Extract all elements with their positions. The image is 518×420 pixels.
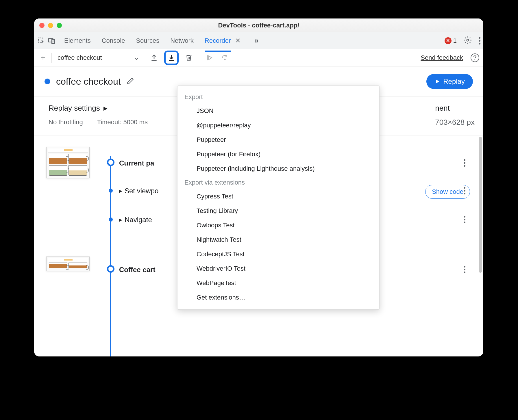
devtools-window: DevTools - coffee-cart.app/ Elements Con… <box>34 18 483 356</box>
step-menu-icon[interactable] <box>464 216 465 223</box>
import-button[interactable] <box>149 52 160 63</box>
recording-selector-label: coffee checkout <box>58 54 102 62</box>
export-codeceptjs[interactable]: CodeceptJS Test <box>177 247 379 261</box>
chevron-down-icon: ⌄ <box>134 54 139 62</box>
export-puppeteer-replay[interactable]: @puppeteer/replay <box>177 118 379 133</box>
export-json[interactable]: JSON <box>177 104 379 118</box>
timeline-node <box>107 159 114 166</box>
export-nightwatch[interactable]: Nightwatch Test <box>177 233 379 247</box>
more-tabs-icon[interactable]: » <box>254 36 257 45</box>
zoom-window-button[interactable] <box>57 23 62 28</box>
device-toolbar-icon[interactable] <box>47 36 56 45</box>
triangle-right-icon: ▶ <box>119 218 122 222</box>
dropdown-header-extensions: Export via extensions <box>177 176 379 189</box>
step-menu-icon[interactable] <box>464 159 465 167</box>
recording-title: coffee checkout <box>56 76 121 87</box>
tab-sources[interactable]: Sources <box>136 34 159 48</box>
triangle-right-icon: ▶ <box>119 189 122 193</box>
dropdown-header: Export <box>177 90 379 104</box>
error-badge[interactable]: ✕ 1 <box>445 37 457 44</box>
minimize-window-button[interactable] <box>48 23 53 28</box>
delete-button[interactable] <box>183 52 194 63</box>
step-label: Current pa <box>119 159 154 167</box>
tab-recorder[interactable]: Recorder <box>205 34 231 48</box>
export-puppeteer-firefox[interactable]: Puppeteer (for Firefox) <box>177 147 379 161</box>
timeline-line <box>110 156 111 356</box>
viewport-dimensions: 703×628 px <box>435 118 475 127</box>
replay-step-over-button[interactable] <box>219 52 230 63</box>
step-menu-icon[interactable] <box>464 187 465 194</box>
export-dropdown: Export JSON @puppeteer/replay Puppeteer … <box>177 86 380 310</box>
edit-title-icon[interactable] <box>127 77 134 86</box>
more-menu-icon[interactable] <box>479 37 480 44</box>
settings-icon[interactable] <box>464 36 472 45</box>
export-testing-library[interactable]: Testing Library <box>177 204 379 218</box>
help-icon[interactable]: ? <box>471 53 479 62</box>
svg-rect-1 <box>49 38 53 42</box>
tab-elements[interactable]: Elements <box>64 34 91 48</box>
svg-point-3 <box>467 39 469 41</box>
export-owloops[interactable]: Owloops Test <box>177 218 379 233</box>
error-count: 1 <box>453 37 457 44</box>
panel-tabs: Elements Console Sources Network Recorde… <box>64 34 257 48</box>
close-tab-icon[interactable]: ✕ <box>235 37 240 44</box>
new-recording-button[interactable]: + <box>38 53 48 62</box>
export-puppeteer-lighthouse[interactable]: Puppeteer (including Lighthouse analysis… <box>177 161 379 176</box>
triangle-right-icon: ▶ <box>103 105 108 111</box>
traffic-lights <box>39 23 62 28</box>
error-icon: ✕ <box>445 37 452 44</box>
timeout-value: Timeout: 5000 ms <box>97 118 148 126</box>
export-webdriverio[interactable]: WebdriverIO Test <box>177 261 379 276</box>
throttling-value: No throttling <box>49 118 83 126</box>
timeline-node <box>107 265 114 273</box>
export-webpagetest[interactable]: WebPageTest <box>177 276 379 290</box>
step-label: ▶Set viewpo <box>119 187 158 195</box>
export-button[interactable] <box>164 51 179 65</box>
environment-label-partial: nent <box>435 104 475 113</box>
tab-network[interactable]: Network <box>170 34 194 48</box>
panel-tabstrip: Elements Console Sources Network Recorde… <box>34 32 483 49</box>
close-window-button[interactable] <box>39 23 45 28</box>
replay-button-label: Replay <box>443 77 465 86</box>
export-puppeteer[interactable]: Puppeteer <box>177 133 379 147</box>
timeline-node-small <box>109 189 113 193</box>
timeline-node-small <box>109 218 113 222</box>
replay-settings-label: Replay settings <box>49 104 100 113</box>
recording-selector[interactable]: coffee checkout ⌄ <box>55 54 141 62</box>
step-thumbnail <box>46 257 90 271</box>
window-title: DevTools - coffee-cart.app/ <box>34 22 483 29</box>
svg-point-4 <box>224 59 225 60</box>
step-replay-button[interactable] <box>204 52 215 63</box>
send-feedback-link[interactable]: Send feedback <box>421 54 463 62</box>
titlebar: DevTools - coffee-cart.app/ <box>34 18 483 32</box>
replay-button[interactable]: Replay <box>426 74 473 89</box>
tab-console[interactable]: Console <box>102 34 125 48</box>
recorder-toolbar: + coffee checkout ⌄ Send <box>34 49 483 66</box>
step-label: ▶Navigate <box>119 216 152 224</box>
step-label: Coffee cart <box>119 266 155 274</box>
export-get-extensions[interactable]: Get extensions… <box>177 290 379 305</box>
scrollbar[interactable] <box>479 137 482 273</box>
recorder-content: coffee checkout Replay Replay settings ▶… <box>34 66 483 356</box>
inspect-element-icon[interactable] <box>37 36 46 45</box>
step-menu-icon[interactable] <box>464 266 465 273</box>
export-cypress[interactable]: Cypress Test <box>177 189 379 204</box>
step-thumbnail <box>46 147 90 178</box>
recording-status-dot <box>45 79 50 84</box>
